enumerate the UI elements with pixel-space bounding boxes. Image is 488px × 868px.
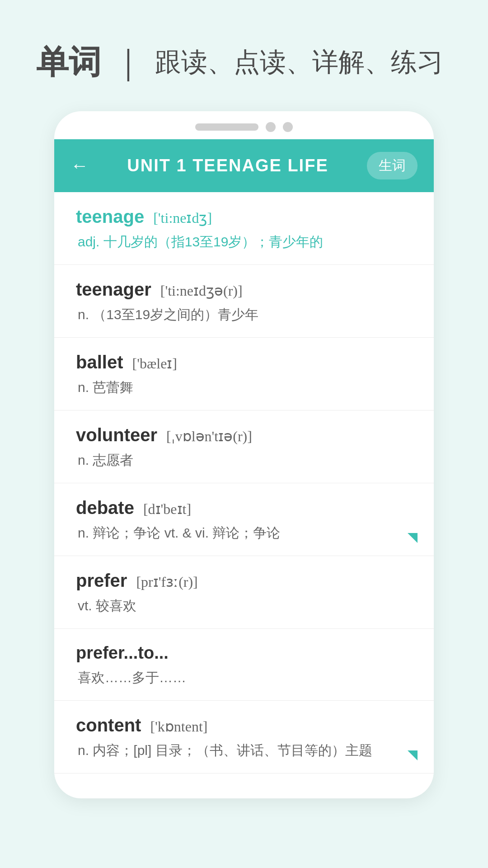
- page-title-area: 单词 ｜ 跟读、点读、详解、练习: [0, 0, 488, 111]
- word-item[interactable]: teenage['ti:neɪdʒ]adj. 十几岁的（指13至19岁）；青少年…: [54, 192, 434, 265]
- word-definition: n. （13至19岁之间的）青少年: [76, 304, 412, 325]
- phone-camera-dot: [266, 122, 276, 132]
- back-button[interactable]: ←: [70, 156, 89, 176]
- phone-speaker: [195, 123, 258, 131]
- word-definition: n. 辩论；争论 vt. & vi. 辩论；争论: [76, 523, 412, 543]
- vocab-badge[interactable]: 生词: [367, 152, 418, 179]
- word-item[interactable]: prefer...to...喜欢……多于……: [54, 629, 434, 701]
- word-definition: n. 志愿者: [76, 450, 412, 470]
- word-english: debate: [76, 498, 134, 518]
- word-definition: n. 芭蕾舞: [76, 377, 412, 397]
- word-item[interactable]: teenager['ti:neɪdʒə(r)]n. （13至19岁之间的）青少年: [54, 265, 434, 338]
- word-english: teenager: [76, 279, 151, 300]
- word-definition: n. 内容；[pl] 目录；（书、讲话、节目等的）主题: [76, 740, 412, 760]
- phone-camera-dot2: [283, 122, 293, 132]
- word-phonetic: [dɪ'beɪt]: [143, 500, 191, 518]
- word-definition: 喜欢……多于……: [76, 667, 412, 688]
- word-item[interactable]: ballet['bæleɪ]n. 芭蕾舞: [54, 338, 434, 410]
- word-phonetic: ['bæleɪ]: [132, 355, 177, 372]
- word-definition: adj. 十几岁的（指13至19岁）；青少年的: [76, 231, 412, 252]
- word-item[interactable]: debate[dɪ'beɪt]n. 辩论；争论 vt. & vi. 辩论；争论: [54, 483, 434, 556]
- title-main: 单词: [36, 41, 101, 84]
- phone-mockup: ← UNIT 1 TEENAGE LIFE 生词 teenage['ti:neɪ…: [54, 111, 434, 798]
- word-english: volunteer: [76, 425, 157, 445]
- word-item[interactable]: content['kɒntent]n. 内容；[pl] 目录；（书、讲话、节目等…: [54, 701, 434, 774]
- word-phonetic: ['ti:neɪdʒ]: [153, 209, 212, 226]
- word-english: ballet: [76, 352, 123, 373]
- unit-header: ← UNIT 1 TEENAGE LIFE 生词: [54, 139, 434, 192]
- word-item[interactable]: volunteer[ˌvɒlən'tɪə(r)]n. 志愿者: [54, 410, 434, 483]
- word-english: prefer: [76, 571, 127, 591]
- phone-top-bar: [54, 111, 434, 139]
- word-phonetic: [ˌvɒlən'tɪə(r)]: [166, 428, 252, 445]
- page-title: 单词 ｜ 跟读、点读、详解、练习: [36, 41, 452, 84]
- word-english: prefer...to...: [76, 643, 169, 663]
- word-phonetic: ['kɒntent]: [150, 718, 207, 735]
- title-divider: ｜: [112, 41, 144, 84]
- word-definition: vt. 较喜欢: [76, 595, 412, 616]
- word-phonetic: [prɪ'fɜː(r)]: [136, 573, 197, 590]
- word-english: content: [76, 715, 141, 736]
- word-list: teenage['ti:neɪdʒ]adj. 十几岁的（指13至19岁）；青少年…: [54, 192, 434, 798]
- unit-title: UNIT 1 TEENAGE LIFE: [99, 156, 356, 175]
- expand-triangle-icon[interactable]: [408, 533, 418, 543]
- expand-triangle-icon[interactable]: [408, 750, 418, 760]
- word-english: teenage: [76, 207, 144, 227]
- word-phonetic: ['ti:neɪdʒə(r)]: [160, 282, 243, 299]
- word-item[interactable]: prefer[prɪ'fɜː(r)]vt. 较喜欢: [54, 556, 434, 629]
- title-subtitle: 跟读、点读、详解、练习: [155, 45, 443, 80]
